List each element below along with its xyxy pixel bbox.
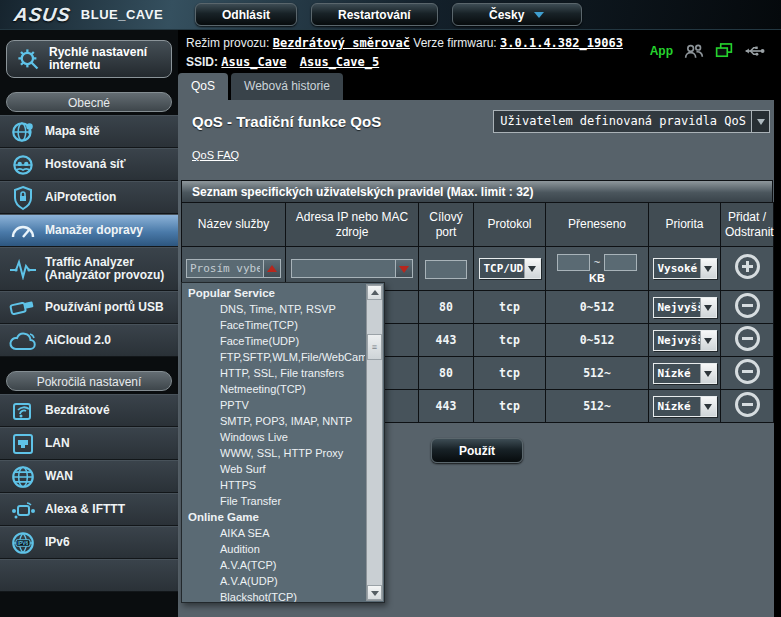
- delete-rule-button[interactable]: [735, 326, 760, 351]
- service-option-smtp-pop3-imap-nntp[interactable]: SMTP, POP3, IMAP, NNTP: [182, 413, 365, 429]
- service-option-ftp-sftp-wlm-file-webcam[interactable]: FTP,SFTP,WLM,File/WebCam: [182, 349, 365, 365]
- service-option-audition[interactable]: Audition: [182, 541, 365, 557]
- service-option-facetime-udp[interactable]: FaceTime(UDP): [182, 333, 365, 349]
- sidebar-item-ipv6[interactable]: IPV6IPv6: [0, 526, 178, 559]
- scrollbar-thumb[interactable]: ≡: [367, 334, 382, 360]
- ssid-line: SSID: Asus_Cave Asus_Cave_5: [186, 53, 623, 72]
- language-select[interactable]: Česky: [452, 3, 582, 26]
- qos-faq-link[interactable]: QoS FAQ: [192, 149, 239, 161]
- ssid-link-2[interactable]: Asus_Cave_5: [300, 55, 379, 69]
- service-dropdown-list: Popular ServiceDNS, Time, NTP, RSVPFaceT…: [182, 285, 365, 602]
- mode-value-link[interactable]: Bezdrátový směrovač: [273, 36, 410, 50]
- source-dropdown-toggle[interactable]: [396, 259, 413, 278]
- service-option-facetime-tcp[interactable]: FaceTime(TCP): [182, 317, 365, 333]
- sidebar-item-mana-er-dopravy[interactable]: Manažer dopravy: [0, 214, 178, 247]
- chevron-down-icon: [700, 331, 716, 350]
- rule-transferred-cell: 0~512: [546, 324, 649, 357]
- transfer-max-input[interactable]: [604, 254, 637, 271]
- traffic-analyzer-icon: [8, 258, 38, 280]
- add-rule-button[interactable]: [735, 254, 760, 279]
- delete-rule-button[interactable]: [735, 359, 760, 384]
- chevron-down-icon: [751, 111, 769, 132]
- range-separator: ~: [594, 256, 600, 268]
- service-name-input[interactable]: [186, 259, 264, 278]
- rule-transferred-cell: 512~: [546, 390, 649, 423]
- tab-qos[interactable]: QoS: [178, 73, 228, 100]
- priority-select[interactable]: Vysoké: [653, 258, 717, 279]
- sidebar-item-partial[interactable]: [0, 559, 178, 592]
- app-link[interactable]: App: [650, 44, 673, 58]
- service-option-netmeeting-tcp[interactable]: Netmeeting(TCP): [182, 381, 365, 397]
- sidebar-item-lan[interactable]: LAN: [0, 427, 178, 460]
- qos-mode-select[interactable]: Uživatelem definovaná pravidla QoS: [493, 110, 770, 133]
- sidebar-item-label: Mapa sítě: [45, 125, 100, 138]
- rule-priority-select[interactable]: Nízké: [653, 363, 717, 384]
- reboot-button[interactable]: Restartování: [311, 3, 438, 26]
- service-option-a-v-a-udp[interactable]: A.V.A(UDP): [182, 573, 365, 589]
- service-option-a-v-a-tcp[interactable]: A.V.A(TCP): [182, 557, 365, 573]
- sidebar-item-aicloud-2-0[interactable]: AiCloud 2.0: [0, 324, 178, 357]
- sidebar-item-pou-v-n-port-usb[interactable]: Používání portů USB: [0, 291, 178, 324]
- sidebar-quick-setup-button[interactable]: Rychlé nastavení internetu: [6, 40, 172, 78]
- service-option-http-ssl-file-transfers[interactable]: HTTP, SSL, File transfers: [182, 365, 365, 381]
- service-option-blackshot-tcp[interactable]: Blackshot(TCP): [182, 589, 365, 602]
- service-dropdown-toggle[interactable]: [264, 259, 281, 278]
- transferred-range: ~ KB: [546, 254, 648, 284]
- shield-icon: [8, 185, 38, 211]
- usb-plug-icon[interactable]: [744, 44, 765, 58]
- scroll-down-icon[interactable]: [367, 585, 382, 600]
- sidebar-item-label: Používání portů USB: [45, 301, 164, 314]
- sidebar-item-hostovan-s[interactable]: Hostovaná síť: [0, 148, 178, 181]
- sidebar-item-mapa-s-t[interactable]: Mapa sítě: [0, 115, 178, 148]
- rule-priority-select-value: Nízké: [654, 364, 700, 383]
- chevron-down-icon: [524, 259, 540, 278]
- service-option-aika-sea[interactable]: AIKA SEA: [182, 525, 365, 541]
- service-option-pptv[interactable]: PPTV: [182, 397, 365, 413]
- sidebar-item-wan[interactable]: WAN: [0, 460, 178, 493]
- service-option-https[interactable]: HTTPS: [182, 477, 365, 493]
- rule-priority-select[interactable]: Nejvyšší: [653, 297, 717, 318]
- clients-icon[interactable]: [684, 43, 704, 59]
- network-map-icon: [8, 119, 38, 145]
- rule-protocol-cell: tcp: [474, 324, 546, 357]
- apply-button[interactable]: Použít: [431, 438, 523, 463]
- sidebar-item-alexa-ifttt[interactable]: Alexa & IFTTT: [0, 493, 178, 526]
- protocol-select[interactable]: TCP/UDP: [479, 258, 541, 279]
- wps-devices-icon[interactable]: [715, 42, 733, 59]
- brand-area: ASUS BLUE_CAVE: [0, 4, 195, 26]
- delete-rule-button[interactable]: [735, 392, 760, 417]
- service-option-dns-time-ntp-rsvp[interactable]: DNS, Time, NTP, RSVP: [182, 301, 365, 317]
- service-option-file-transfer[interactable]: File Transfer: [182, 493, 365, 509]
- chevron-down-icon: [534, 12, 544, 23]
- sidebar-item-traffic-analyzer-analyz-tor-provozu[interactable]: Traffic Analyzer (Analyzátor provozu): [0, 247, 178, 291]
- service-option-windows-live[interactable]: Windows Live: [182, 429, 365, 445]
- chevron-down-icon: [700, 259, 716, 278]
- priority-value: Vysoké: [654, 259, 700, 278]
- rule-delete-cell: [721, 390, 774, 423]
- rule-priority-select-value: Nejvyšší: [654, 331, 700, 350]
- delete-rule-button[interactable]: [735, 293, 760, 318]
- scroll-up-icon[interactable]: [367, 285, 382, 300]
- rule-priority-select[interactable]: Nízké: [653, 396, 717, 417]
- cloud-icon: [8, 330, 38, 352]
- qos-mode-value: Uživatelem definovaná pravidla QoS: [494, 111, 751, 132]
- sidebar-sections: ObecnéMapa sítěHostovaná síťAiProtection…: [0, 92, 178, 559]
- service-option-www-ssl-http-proxy[interactable]: WWW, SSL, HTTP Proxy: [182, 445, 365, 461]
- source-address-input[interactable]: [291, 259, 396, 278]
- transfer-min-input[interactable]: [557, 254, 590, 271]
- sidebar-item-aiprotection[interactable]: AiProtection: [0, 181, 178, 214]
- rule-port-cell: 80: [419, 357, 474, 390]
- service-option-web-surf[interactable]: Web Surf: [182, 461, 365, 477]
- ipv6-icon: IPV6: [8, 530, 38, 556]
- logout-button[interactable]: Odhlásit: [195, 3, 297, 26]
- sidebar-item-bezdr-tov[interactable]: Bezdrátové: [0, 394, 178, 427]
- ssid-link-1[interactable]: Asus_Cave: [221, 55, 286, 69]
- firmware-value-link[interactable]: 3.0.1.4.382_19063: [500, 36, 623, 50]
- router-info: Režim provozu: Bezdrátový směrovač Verze…: [186, 34, 623, 72]
- ssid-label: SSID:: [186, 55, 218, 69]
- tab-webov-historie[interactable]: Webová historie: [231, 73, 343, 100]
- destination-port-input[interactable]: [425, 260, 467, 279]
- rule-transferred-cell: 0~512: [546, 291, 649, 324]
- rule-priority-select[interactable]: Nejvyšší: [653, 330, 717, 351]
- dropdown-scrollbar[interactable]: ≡: [366, 284, 383, 601]
